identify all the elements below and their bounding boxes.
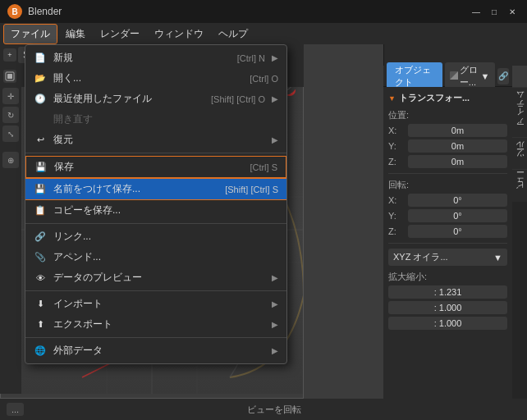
file-menu-revert: 開き直す (25, 109, 286, 130)
revert-icon (34, 113, 47, 126)
new-label: 新規 (53, 51, 231, 65)
bottom-bar-center: ビューを回転 (27, 404, 520, 416)
pos-z-value[interactable]: 0m (408, 155, 507, 168)
side-tab-view[interactable]: ビュー (512, 169, 527, 202)
file-menu-import[interactable]: ⬇ インポート ▶ (25, 294, 286, 314)
side-tab-tools[interactable]: ツール (512, 137, 527, 169)
side-tabs: アイテム ツール ビュー (512, 87, 527, 399)
copy-save-icon: 📋 (34, 204, 47, 217)
file-menu-new[interactable]: 📄 新規 [Ctrl] N ▶ (25, 48, 286, 68)
pos-y-value[interactable]: 0m (408, 139, 507, 153)
file-menu-link[interactable]: 🔗 リンク... (25, 226, 286, 247)
rot-z-row: Z: 0° (388, 225, 507, 238)
menu-item-help[interactable]: ヘルプ (212, 25, 254, 43)
data-preview-label: データのプレビュー (53, 271, 265, 285)
rot-x-row: X: 0° (388, 194, 507, 207)
shading-icon (450, 71, 458, 80)
data-preview-arrow: ▶ (272, 273, 278, 282)
file-menu-open[interactable]: 📂 開く... [Ctrl] O (25, 68, 286, 89)
pos-x-label: X: (388, 126, 405, 135)
export-label: エクスポート (53, 317, 265, 331)
separator-4 (25, 337, 286, 338)
rot-y-row: Y: 0° (388, 209, 507, 222)
rot-y-label: Y: (388, 211, 405, 221)
scale-y-value[interactable]: : 1.000 (388, 301, 507, 314)
export-arrow: ▶ (272, 320, 278, 329)
pos-y-label: Y: (388, 141, 405, 151)
rot-z-value[interactable]: 0° (408, 225, 507, 238)
menu-item-render[interactable]: レンダー (94, 25, 146, 43)
save-as-shortcut: [Shift] [Ctrl] S (225, 185, 278, 194)
file-menu-append[interactable]: 📎 アペンド... (25, 247, 286, 267)
pos-z-row: Z: 0m (388, 155, 507, 168)
pos-x-value[interactable]: 0m (408, 124, 507, 137)
save-as-icon: 💾 (34, 183, 47, 196)
recent-shortcut: [Shift] [Ctrl] O (211, 94, 265, 104)
link-menu-icon: 🔗 (34, 231, 47, 244)
side-tab-items[interactable]: アイテム (512, 87, 527, 137)
new-submenu-arrow: ▶ (272, 53, 278, 62)
toolbar-rotate[interactable]: ↻ (2, 107, 19, 123)
bottom-bar: ... ビューを回転 (0, 399, 527, 420)
separator-3 (25, 290, 286, 291)
import-label: インポート (53, 297, 265, 311)
mode-icon-svg (5, 71, 15, 81)
xyz-euler-arrow: ▼ (493, 253, 502, 262)
bottom-bar-left[interactable]: ... (7, 403, 24, 416)
transform-title: トランスフォー... (399, 92, 470, 104)
section-triangle-icon: ▼ (388, 94, 396, 103)
import-icon: ⬇ (34, 298, 47, 311)
save-icon: 💾 (34, 161, 48, 174)
scale-z-row: : 1.000 (388, 317, 507, 330)
toolbar-scale[interactable]: ⤡ (2, 126, 19, 142)
menu-item-edit[interactable]: 編集 (59, 25, 92, 43)
link-button[interactable]: 🔗 (497, 68, 510, 84)
recent-icon: 🕐 (34, 93, 47, 106)
scale-z-value[interactable]: : 1.000 (388, 317, 507, 330)
scene-icon[interactable]: + (3, 48, 16, 62)
file-menu-export[interactable]: ⬆ エクスポート ▶ (25, 314, 286, 335)
shading-label (450, 71, 458, 81)
scale-x-value[interactable]: : 1.231 (388, 285, 507, 299)
scale-y-row: : 1.000 (388, 301, 507, 314)
open-icon: 📂 (34, 72, 47, 85)
shading-dropdown[interactable]: グロー... ▼ (445, 62, 495, 90)
pos-y-row: Y: 0m (388, 139, 507, 153)
position-label: 位置: (388, 109, 507, 121)
rot-y-value[interactable]: 0° (408, 209, 507, 222)
menu-item-window[interactable]: ウィンドウ (148, 25, 210, 43)
rotation-label: 回転: (388, 179, 507, 191)
divider-1 (388, 173, 507, 174)
xyz-euler-dropdown[interactable]: XYZ オイラ... ▼ (388, 249, 507, 266)
file-menu-external-data[interactable]: 🌐 外部データ ▶ (25, 340, 286, 361)
object-mode-button[interactable]: オブジェクト (387, 62, 442, 90)
blender-logo-icon: B (7, 3, 23, 20)
data-preview-icon: 👁 (34, 272, 47, 285)
right-panel-header: オブジェクト グロー... ▼ 🔗 (383, 66, 512, 87)
open-shortcut: [Ctrl] O (250, 74, 278, 84)
file-menu-data-preview[interactable]: 👁 データのプレビュー ▶ (25, 267, 286, 288)
viewport-mode-icon[interactable] (3, 70, 16, 83)
save-label: 保存 (54, 160, 243, 174)
toolbar-transform[interactable]: ⊕ (2, 152, 19, 168)
maximize-button[interactable]: □ (486, 3, 502, 20)
restore-label: 復元 (53, 133, 265, 147)
file-menu-recent[interactable]: 🕐 最近使用したファイル [Shift] [Ctrl] O ▶ (25, 89, 286, 109)
file-menu-restore[interactable]: ↩ 復元 ▶ (25, 130, 286, 150)
recent-arrow: ▶ (272, 94, 278, 103)
toolbar-move[interactable]: ✛ (2, 88, 19, 104)
restore-arrow: ▶ (272, 135, 278, 144)
properties-panel: ▼ トランスフォー... 位置: X: 0m Y: 0m Z: 0m 回転: X… (383, 87, 512, 399)
menu-item-file[interactable]: ファイル (3, 24, 57, 44)
copy-save-label: コピーを保存... (53, 203, 278, 217)
minimize-button[interactable]: — (468, 3, 484, 20)
file-menu-copy-save[interactable]: 📋 コピーを保存... (25, 200, 286, 221)
append-icon: 📎 (34, 251, 47, 264)
file-menu-save[interactable]: 💾 保存 [Ctrl] S (25, 156, 286, 178)
file-menu-save-as[interactable]: 💾 名前をつけて保存... [Shift] [Ctrl] S (25, 178, 286, 200)
new-icon: 📄 (34, 52, 47, 65)
left-toolbar: ↖ ✛ ↻ ⤡ ⊕ (0, 66, 21, 394)
rot-x-value[interactable]: 0° (408, 194, 507, 207)
title-bar: B Blender — □ ✕ (0, 0, 527, 23)
close-button[interactable]: ✕ (504, 3, 520, 20)
